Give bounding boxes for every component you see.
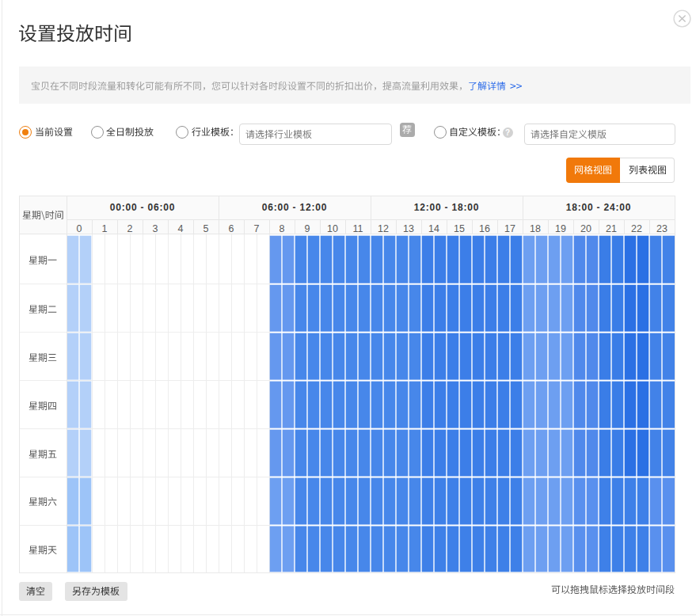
svg-text:18:00 - 24:00: 18:00 - 24:00 <box>566 202 631 213</box>
svg-text:19: 19 <box>555 223 566 234</box>
svg-text:5: 5 <box>203 223 209 234</box>
svg-text:0: 0 <box>77 223 82 234</box>
svg-text:8: 8 <box>280 223 285 234</box>
svg-text:23: 23 <box>656 223 667 234</box>
svg-text:1: 1 <box>102 223 108 234</box>
svg-text:3: 3 <box>153 223 158 234</box>
svg-text:18: 18 <box>530 223 541 234</box>
svg-text:21: 21 <box>606 223 617 234</box>
svg-text:17: 17 <box>504 223 515 234</box>
svg-text:4: 4 <box>178 223 184 234</box>
svg-text:16: 16 <box>479 223 490 234</box>
svg-text:11: 11 <box>353 223 363 234</box>
svg-text:6: 6 <box>229 223 234 234</box>
svg-text:20: 20 <box>580 223 591 234</box>
svg-text:12:00 - 18:00: 12:00 - 18:00 <box>414 202 479 213</box>
svg-text:10: 10 <box>327 223 338 234</box>
svg-text:7: 7 <box>254 223 260 234</box>
svg-text:2: 2 <box>127 223 133 234</box>
svg-text:06:00 - 12:00: 06:00 - 12:00 <box>262 202 327 213</box>
svg-text:13: 13 <box>403 223 414 234</box>
svg-text:12: 12 <box>378 223 389 234</box>
svg-text:9: 9 <box>305 223 310 234</box>
svg-text:15: 15 <box>454 223 465 234</box>
svg-text:00:00 - 06:00: 00:00 - 06:00 <box>110 202 175 213</box>
svg-text:14: 14 <box>428 223 439 234</box>
svg-text:22: 22 <box>631 223 642 234</box>
